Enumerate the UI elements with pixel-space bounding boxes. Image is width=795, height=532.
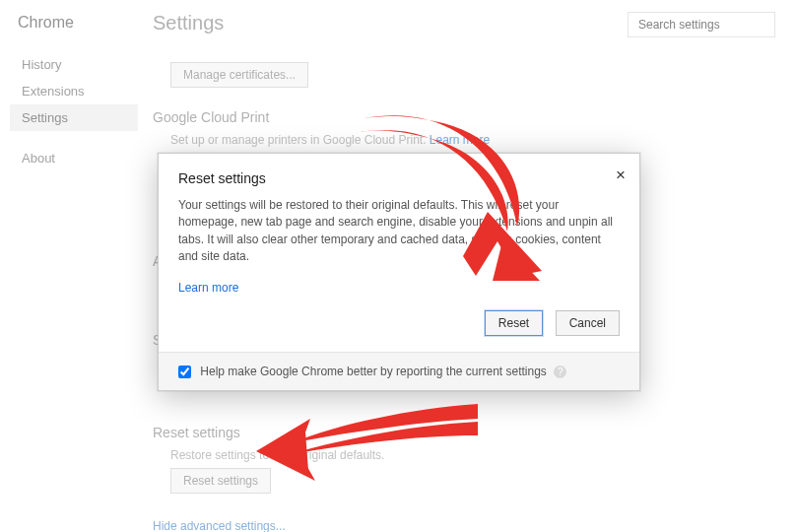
help-reporting-checkbox[interactable] <box>178 366 191 378</box>
help-icon[interactable]: ? <box>554 366 566 378</box>
dialog-body-text: Your settings will be restored to their … <box>178 198 613 263</box>
cancel-button[interactable]: Cancel <box>556 310 620 336</box>
reset-settings-dialog: Reset settings × Your settings will be r… <box>158 153 640 391</box>
close-icon[interactable]: × <box>616 166 626 185</box>
reset-button[interactable]: Reset <box>485 310 543 336</box>
dialog-learn-more-link[interactable]: Learn more <box>178 280 238 297</box>
help-reporting-label: Help make Google Chrome better by report… <box>200 365 547 378</box>
dialog-title: Reset settings <box>178 170 266 186</box>
